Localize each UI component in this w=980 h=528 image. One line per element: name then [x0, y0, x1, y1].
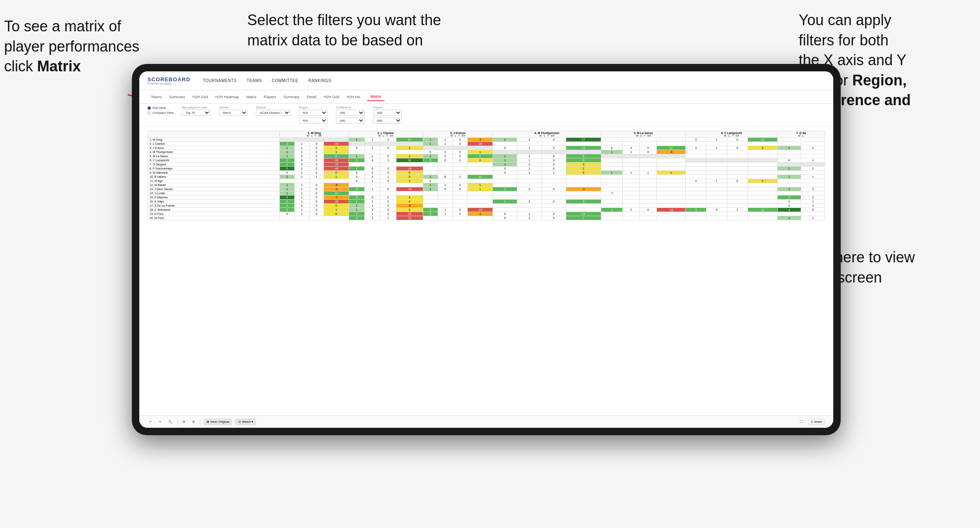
matrix-cell: 1	[280, 187, 295, 191]
filters-row: Full View Compact View Max players in vi…	[139, 104, 833, 127]
tab-h2h-grid[interactable]: H2H Grid	[189, 93, 211, 101]
matrix-cell: 1	[467, 183, 492, 187]
matrix-cell: 3	[493, 200, 517, 204]
matrix-cell: 1	[566, 167, 601, 171]
matrix-cell	[467, 196, 492, 200]
matrix-cell: 0	[727, 179, 748, 183]
matrix-cell: 1	[280, 183, 295, 187]
matrix-cell: 5	[280, 167, 295, 171]
matrix-cell: 1	[294, 208, 309, 212]
filter-players-select-1[interactable]: (All)	[373, 110, 402, 116]
player-name-cell: 11. M Ege	[148, 179, 280, 183]
matrix-cell: 0	[640, 208, 656, 212]
matrix-cell: 0	[727, 138, 748, 142]
filter-gender-select[interactable]: Men's	[219, 110, 248, 116]
tab-h2h-grid-2[interactable]: H2H Grid	[321, 93, 343, 101]
matrix-cell	[777, 163, 801, 167]
matrix-cell	[542, 179, 566, 183]
tab-summary[interactable]: Summary	[166, 93, 189, 101]
settings-btn[interactable]: ⚙	[190, 419, 197, 424]
player-name-cell: 19. D Ford	[148, 212, 280, 216]
matrix-cell	[493, 175, 517, 179]
tab-summary-2[interactable]: Summary	[280, 93, 303, 101]
matrix-cell	[727, 191, 748, 196]
matrix-cell	[706, 154, 727, 158]
nav-rankings[interactable]: RANKINGS	[308, 77, 331, 85]
matrix-cell: 1	[801, 175, 825, 179]
matrix-cell	[380, 142, 396, 146]
share-btn[interactable]: ⎙ Share	[808, 419, 825, 425]
matrix-cell: 1	[517, 167, 542, 171]
matrix-cell: 3	[423, 158, 438, 163]
filter-gender: Gender Men's	[219, 106, 248, 116]
matrix-content[interactable]: 1. W Ding W L T Dif 2. L Clanton W L T D…	[139, 127, 833, 415]
radio-full-view[interactable]: Full View	[148, 106, 173, 110]
filter-region-select-2[interactable]: N/A	[299, 118, 328, 124]
matrix-cell	[396, 163, 423, 167]
logo-sub: Powered by clippd	[148, 82, 190, 85]
filter-conference-label: Conference	[336, 106, 365, 109]
matrix-cell: 1	[294, 183, 309, 187]
matrix-cell	[542, 175, 566, 179]
matrix-cell	[601, 154, 622, 158]
watch-btn[interactable]: ⊙ Watch ▾	[235, 419, 256, 425]
view-original-btn[interactable]: ⊞ View: Original	[204, 419, 232, 425]
matrix-cell	[686, 158, 706, 163]
matrix-cell	[656, 163, 685, 167]
filter-division-select[interactable]: NCAA Division I	[256, 110, 291, 116]
grid-btn[interactable]: ⊞	[181, 419, 187, 424]
matrix-cell: -24	[467, 142, 492, 146]
matrix-cell	[706, 150, 727, 154]
matrix-cell: 2	[801, 204, 825, 208]
matrix-cell	[706, 183, 727, 187]
filter-max-select[interactable]: Top 25	[182, 110, 211, 116]
tab-matrix-active[interactable]: Matrix	[367, 93, 385, 101]
tab-teams[interactable]: Teams	[148, 93, 165, 101]
undo-btn[interactable]: ↩	[148, 419, 154, 424]
tab-players[interactable]: Players	[260, 93, 279, 101]
matrix-cell: 1	[380, 216, 396, 220]
nav-committee[interactable]: COMMITTEE	[272, 77, 298, 85]
filter-region-select-1[interactable]: N/A	[299, 110, 328, 116]
tab-h2h-he[interactable]: H2H He...	[343, 93, 366, 101]
player-name-cell: 17. S De La Fuente	[148, 204, 280, 208]
matrix-cell	[748, 200, 777, 204]
matrix-cell: 1	[467, 187, 492, 191]
matrix-cell	[517, 204, 542, 208]
matrix-cell: 0	[349, 179, 364, 183]
redo-btn[interactable]: ↪	[157, 419, 163, 424]
matrix-cell	[656, 187, 685, 191]
matrix-cell: 1	[294, 196, 309, 200]
matrix-cell: 0	[309, 204, 324, 208]
matrix-cell	[640, 138, 656, 142]
filter-players-select-2[interactable]: (All)	[373, 118, 402, 124]
matrix-cell	[727, 154, 748, 158]
matrix-cell	[748, 196, 777, 200]
nav-teams[interactable]: TEAMS	[246, 77, 262, 85]
matrix-cell	[801, 138, 825, 142]
fullscreen-btn[interactable]: ⛶	[798, 419, 805, 424]
matrix-cell: 2	[493, 187, 517, 191]
filter-region-label: Region	[299, 106, 328, 109]
matrix-cell: 0	[542, 212, 566, 216]
matrix-cell: 0	[686, 179, 706, 183]
matrix-cell: 0	[493, 146, 517, 150]
zoom-out-btn[interactable]: 🔍	[166, 419, 174, 424]
matrix-cell	[601, 158, 622, 163]
filter-conference-select-1[interactable]: (All)	[336, 110, 365, 116]
matrix-cell: 0	[542, 154, 566, 158]
matrix-cell: 1	[324, 175, 349, 179]
filter-conference-select-2[interactable]: (All)	[336, 118, 365, 124]
table-row: 9. N Gabrelcik0100000001121111	[148, 171, 825, 175]
tab-h2h-heatmap[interactable]: H2H Heatmap	[212, 93, 242, 101]
tab-detail[interactable]: Detail	[304, 93, 320, 101]
matrix-cell	[777, 212, 801, 216]
radio-compact-view[interactable]: Compact View	[148, 111, 173, 115]
matrix-cell	[280, 179, 295, 183]
matrix-cell	[601, 163, 622, 167]
matrix-cell: 1	[294, 150, 309, 154]
tab-matrix-1[interactable]: Matrix	[243, 93, 260, 101]
matrix-cell	[601, 187, 622, 191]
nav-tournaments[interactable]: TOURNAMENTS	[203, 77, 237, 85]
matrix-cell	[601, 196, 622, 200]
